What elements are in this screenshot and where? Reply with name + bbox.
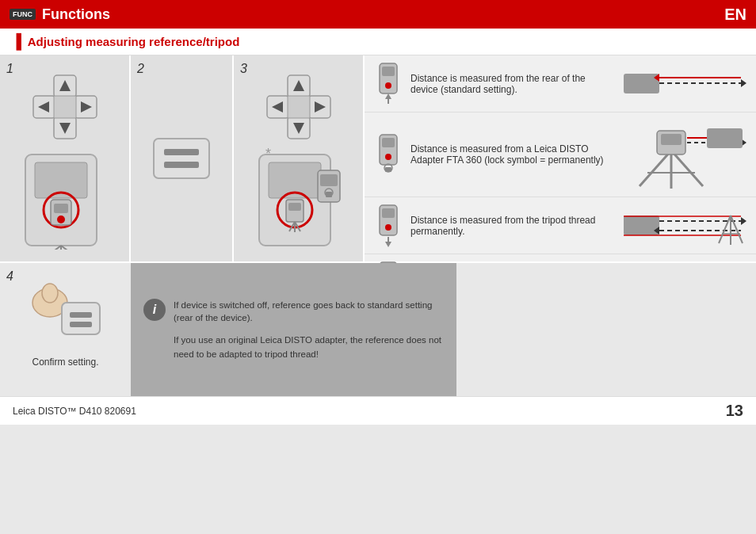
svg-line-58 [640, 151, 671, 186]
diagram-rear [621, 62, 748, 105]
info-row-rear: Distance is measured from the rear of th… [365, 55, 756, 113]
svg-rect-35 [288, 203, 301, 211]
info-icon: i [143, 299, 166, 321]
svg-rect-99 [70, 322, 92, 327]
svg-point-55 [385, 154, 391, 160]
diagram-leica [621, 119, 748, 190]
info-panel: Distance is measured from the rear of th… [365, 55, 756, 261]
svg-rect-63 [661, 134, 682, 145]
svg-rect-54 [382, 138, 395, 147]
diagram-tripod [621, 204, 748, 247]
footer-page: 13 [726, 402, 743, 420]
svg-marker-75 [741, 217, 746, 225]
svg-rect-19 [164, 149, 199, 155]
svg-rect-13 [54, 204, 68, 213]
info-box: i If device is switched off, reference g… [131, 263, 456, 396]
svg-rect-73 [624, 216, 659, 235]
svg-rect-18 [154, 139, 209, 178]
svg-marker-47 [385, 93, 391, 99]
step-2-number: 2 [137, 62, 144, 76]
svg-marker-50 [741, 79, 746, 87]
svg-rect-48 [624, 74, 659, 93]
svg-point-96 [42, 284, 58, 303]
func-badge: FUNC [10, 9, 36, 20]
bottom-instruction-row: 4 Confirm setting. i If device is switch… [0, 261, 756, 396]
svg-rect-42 [326, 192, 332, 197]
svg-point-70 [385, 224, 391, 231]
footer: Leica DISTO™ D410 820691 13 [0, 396, 756, 425]
info-note-2-text: If you use an original Leica DISTO adapt… [174, 335, 441, 359]
step-3-number: 3 [240, 62, 247, 76]
info-row-leica: Distance is measured from a Leica DISTO … [365, 113, 756, 197]
header: FUNC Functions EN [0, 0, 756, 29]
svg-rect-8 [54, 96, 76, 118]
step-4-panel: 4 Confirm setting. [0, 263, 131, 396]
svg-rect-69 [382, 208, 395, 218]
step-2-panel: 2 [131, 55, 234, 261]
svg-rect-40 [320, 174, 338, 186]
info-note-section: i If device is switched off, reference g… [131, 263, 756, 396]
section-icon: ▐ [11, 33, 21, 50]
header-left: FUNC Functions [10, 6, 110, 23]
info-note-1-text: If device is switched off, reference goe… [174, 299, 444, 324]
svg-rect-97 [62, 303, 100, 334]
step-4-illustration [26, 279, 105, 350]
info-text-rear: Distance is measured from the rear of th… [404, 73, 621, 95]
confirm-label: Confirm setting. [32, 357, 98, 368]
device-icon-leica [372, 133, 404, 177]
svg-point-14 [57, 216, 65, 223]
top-instruction-row: 1 [0, 55, 756, 261]
svg-rect-29 [288, 96, 310, 118]
step-1-illustration [10, 67, 120, 250]
section-title-bar: ▐ Adjusting measuring reference/tripod [0, 29, 756, 55]
section-heading: Adjusting measuring reference/tripod [28, 35, 240, 48]
svg-rect-67 [707, 128, 743, 148]
svg-point-45 [385, 82, 391, 89]
info-row-tripod: Distance is measured from the tripod thr… [365, 197, 756, 254]
svg-rect-98 [70, 312, 92, 318]
info-note-1: i If device is switched off, reference g… [143, 299, 444, 324]
device-icon-rear [372, 62, 404, 105]
step-3-panel: 3 * [234, 55, 365, 261]
svg-line-82 [731, 216, 743, 243]
svg-marker-72 [385, 242, 391, 247]
svg-rect-20 [164, 162, 199, 168]
step-1-number: 1 [6, 62, 13, 76]
step-3-illustration: * [243, 67, 354, 250]
info-note-2: If you use an original Leica DISTO adapt… [143, 332, 444, 360]
info-text-leica: Distance is measured from a Leica DISTO … [404, 143, 621, 166]
footer-product: Leica DISTO™ D410 820691 [13, 406, 136, 417]
svg-line-80 [719, 216, 731, 243]
language-indicator: EN [724, 6, 746, 24]
step-1-panel: 1 [0, 55, 131, 261]
step-2-illustration [150, 135, 213, 182]
svg-rect-57 [385, 167, 391, 172]
svg-rect-44 [382, 67, 395, 76]
step-4-number: 4 [6, 269, 13, 284]
svg-line-60 [671, 151, 703, 186]
page-title: Functions [42, 6, 110, 23]
device-icon-tripod [372, 204, 404, 247]
info-text-tripod: Distance is measured from the tripod thr… [404, 215, 621, 237]
